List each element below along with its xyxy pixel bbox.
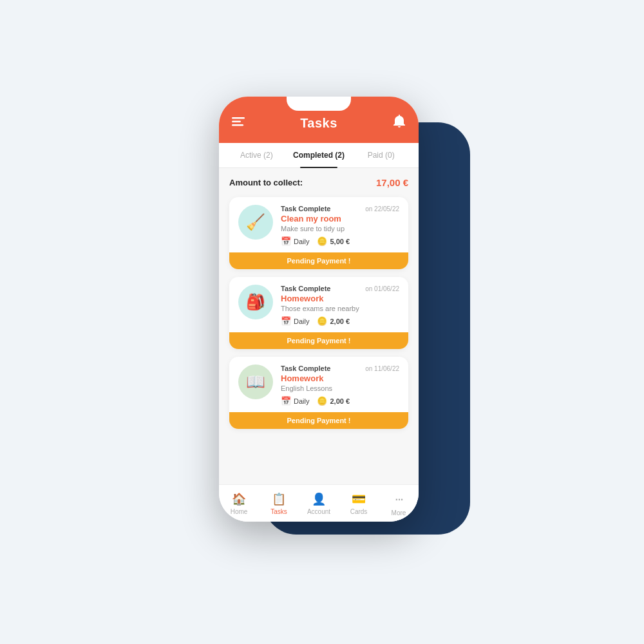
phone-wrapper: Tasks Active (2) Completed (2) Paid (0): [213, 97, 431, 547]
more-icon: ···: [395, 491, 402, 507]
home-icon: 🏠: [232, 492, 246, 506]
task-card[interactable]: 🎒 Task Complete on 01/06/22 Homework Tho…: [229, 277, 408, 349]
hamburger-icon[interactable]: [232, 117, 245, 129]
task-name: Homework: [281, 374, 399, 383]
task-frequency: 📅 Daily: [281, 236, 309, 246]
task-desc: Make sure to tidy up: [281, 225, 399, 232]
task-desc: English Lessons: [281, 384, 399, 392]
svg-rect-2: [232, 124, 243, 126]
cards-icon: 💳: [352, 492, 366, 506]
tab-active[interactable]: Active (2): [225, 143, 288, 167]
task-frequency: 📅 Daily: [281, 316, 309, 326]
amount-value: 17,00 €: [376, 177, 408, 188]
amount-row: Amount to collect: 17,00 €: [229, 177, 408, 188]
coin-icon: 🪙: [317, 236, 327, 246]
task-status: Task Complete: [281, 365, 330, 372]
nav-tasks[interactable]: 📋 Tasks: [259, 492, 299, 515]
coin-icon: 🪙: [317, 316, 327, 326]
task-reward: 🪙 2,00 €: [317, 316, 350, 326]
task-avatar: 📖: [238, 365, 273, 399]
task-name: Clean my room: [281, 214, 399, 223]
nav-home[interactable]: 🏠 Home: [219, 492, 259, 515]
nav-more[interactable]: ··· More: [379, 491, 419, 516]
task-status: Task Complete: [281, 285, 330, 292]
phone-frame: Tasks Active (2) Completed (2) Paid (0): [219, 97, 419, 522]
task-date: on 22/05/22: [365, 205, 399, 213]
calendar-icon: 📅: [281, 236, 291, 246]
tasks-icon: 📋: [272, 492, 286, 506]
nav-cards-label: Cards: [350, 508, 368, 515]
task-frequency: 📅 Daily: [281, 396, 309, 406]
task-avatar: 🧹: [238, 205, 273, 240]
nav-cards[interactable]: 💳 Cards: [339, 492, 379, 515]
tabs-bar: Active (2) Completed (2) Paid (0): [219, 143, 419, 168]
pending-banner: Pending Payment !: [229, 252, 408, 269]
task-date: on 01/06/22: [365, 285, 399, 292]
task-avatar: 🎒: [238, 285, 273, 319]
nav-account-label: Account: [307, 508, 330, 515]
bell-icon[interactable]: [393, 115, 406, 131]
calendar-icon: 📅: [281, 316, 291, 326]
task-reward: 🪙 2,00 €: [317, 396, 350, 406]
nav-home-label: Home: [231, 508, 248, 515]
account-icon: 👤: [312, 492, 326, 506]
pending-banner: Pending Payment !: [229, 332, 408, 349]
nav-tasks-label: Tasks: [270, 508, 287, 515]
task-status: Task Complete: [281, 205, 330, 213]
tab-completed[interactable]: Completed (2): [288, 143, 350, 167]
page-title: Tasks: [300, 116, 337, 131]
task-desc: Those exams are nearby: [281, 305, 399, 312]
nav-account[interactable]: 👤 Account: [299, 492, 339, 515]
coin-icon: 🪙: [317, 396, 327, 406]
nav-more-label: More: [392, 509, 406, 516]
pending-banner: Pending Payment !: [229, 412, 408, 429]
amount-label: Amount to collect:: [229, 178, 303, 187]
task-card[interactable]: 📖 Task Complete on 11/06/22 Homework Eng…: [229, 357, 408, 429]
svg-rect-0: [232, 117, 245, 119]
calendar-icon: 📅: [281, 396, 291, 406]
content-area: Amount to collect: 17,00 € 🧹 Task Comple…: [219, 168, 419, 522]
bottom-nav: 🏠 Home 📋 Tasks 👤 Account 💳 Cards ···: [219, 484, 419, 522]
phone-screen: Tasks Active (2) Completed (2) Paid (0): [219, 97, 419, 522]
svg-rect-1: [232, 121, 241, 123]
task-reward: 🪙 5,00 €: [317, 236, 350, 246]
task-card[interactable]: 🧹 Task Complete on 22/05/22 Clean my roo…: [229, 197, 408, 269]
task-name: Homework: [281, 294, 399, 303]
phone-notch: [287, 97, 351, 111]
tab-paid[interactable]: Paid (0): [350, 143, 412, 167]
task-date: on 11/06/22: [365, 365, 399, 372]
